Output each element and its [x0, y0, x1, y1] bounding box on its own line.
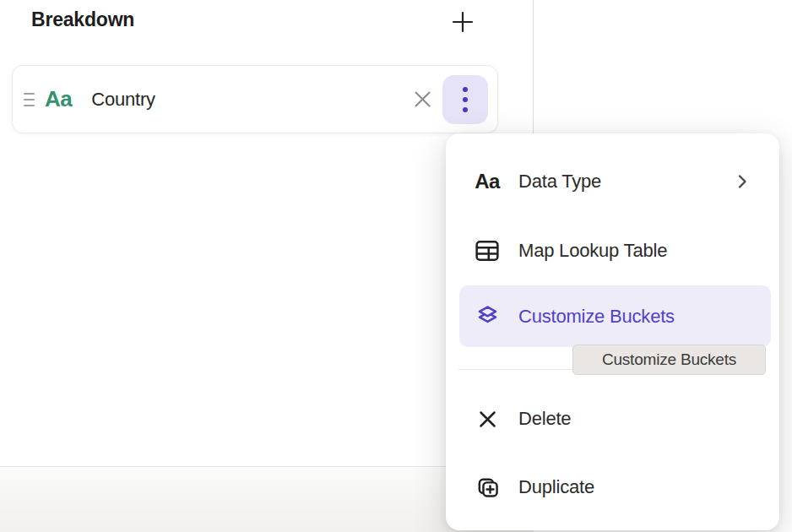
menu-item-label: Customize Buckets [518, 306, 675, 328]
field-label: Country [91, 89, 155, 111]
page-title: Breakdown [31, 8, 134, 31]
more-options-button[interactable] [442, 75, 488, 124]
layers-icon [473, 304, 502, 328]
breakdown-card: Aa Country [12, 65, 498, 133]
menu-item-customize-buckets[interactable]: Customize Buckets [459, 285, 771, 347]
plus-icon [450, 9, 475, 35]
context-menu: Aa Data Type Map Lookup Table Customize … [446, 133, 779, 530]
close-icon [412, 89, 433, 110]
add-breakdown-button[interactable] [447, 6, 479, 38]
text-type-icon: Aa [473, 170, 502, 193]
chevron-right-icon [736, 172, 748, 191]
text-type-icon: Aa [45, 86, 72, 112]
menu-item-label: Duplicate [518, 476, 594, 498]
menu-item-data-type[interactable]: Aa Data Type [446, 151, 779, 212]
tooltip: Customize Buckets [572, 345, 766, 375]
menu-item-duplicate[interactable]: Duplicate [446, 457, 779, 518]
menu-item-map-lookup-table[interactable]: Map Lookup Table [446, 220, 779, 281]
kebab-icon [463, 87, 468, 92]
menu-item-label: Delete [518, 408, 571, 430]
copy-plus-icon [473, 475, 502, 500]
menu-item-delete[interactable]: Delete [446, 388, 779, 449]
drag-handle-icon[interactable] [24, 93, 35, 106]
table-icon [473, 240, 502, 262]
menu-item-label: Data Type [518, 171, 601, 193]
menu-item-label: Map Lookup Table [518, 240, 667, 262]
remove-breakdown-button[interactable] [406, 84, 438, 116]
x-icon [473, 409, 502, 430]
